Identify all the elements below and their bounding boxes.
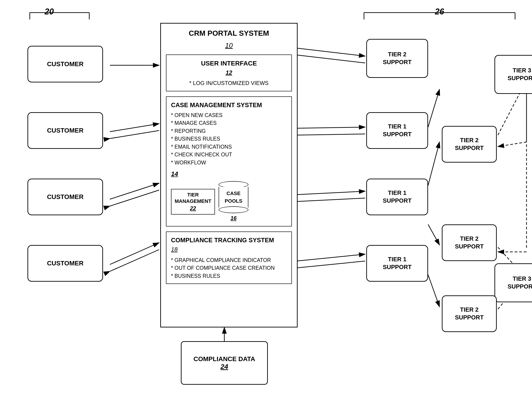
svg-line-18 <box>296 127 365 128</box>
svg-line-12 <box>110 190 159 206</box>
tier2-support-1: TIER 2 SUPPORT <box>366 39 428 78</box>
svg-line-22 <box>296 254 365 261</box>
svg-line-23 <box>296 261 365 268</box>
svg-line-20 <box>296 191 365 195</box>
crm-portal-box: CRM PORTAL SYSTEM 10 USER INTERFACE 12 *… <box>160 23 298 327</box>
svg-line-30 <box>498 142 527 147</box>
svg-line-14 <box>110 250 159 271</box>
cms-item: * OPEN NEW CASES <box>171 111 287 119</box>
cts-item: * OUT OF COMPLIANCE CASE CREATION <box>171 264 287 272</box>
customer-2: CUSTOMER <box>27 112 103 149</box>
cms-items-list: * OPEN NEW CASES* MANAGE CASES* REPORTIN… <box>171 111 287 167</box>
svg-line-27 <box>428 275 440 307</box>
tier2-support-2: TIER 2 SUPPORT <box>442 126 497 163</box>
tier3-support-2: TIER 3 SUPPORT <box>494 263 532 302</box>
svg-line-13 <box>110 243 159 264</box>
cts-items-list: * GRAPHICAL COMPLIANCE INDICATOR* OUT OF… <box>171 256 287 280</box>
customer-4: CUSTOMER <box>27 245 103 282</box>
cts-box: COMPLIANCE TRACKING SYSTEM 18 * GRAPHICA… <box>166 231 292 284</box>
svg-line-11 <box>110 183 159 199</box>
svg-line-21 <box>296 198 365 202</box>
cts-item: * GRAPHICAL COMPLIANCE INDICATOR <box>171 256 287 264</box>
tier1-support-2: TIER 1 SUPPORT <box>366 179 428 215</box>
svg-line-19 <box>296 134 365 135</box>
svg-line-25 <box>428 142 440 186</box>
crm-ref: 10 <box>166 40 292 50</box>
cms-item: * BUSINESS RULES <box>171 135 287 143</box>
label-26: 26 <box>435 7 444 16</box>
cms-item: * REPORTING <box>171 127 287 135</box>
crm-title: CRM PORTAL SYSTEM <box>166 28 292 39</box>
tier2-support-4: TIER 2 SUPPORT <box>442 295 497 332</box>
cms-item: * WORKFLOW <box>171 159 287 167</box>
svg-line-9 <box>110 124 159 132</box>
customer-3: CUSTOMER <box>27 179 103 215</box>
tier-management-box: TIER MANAGEMENT 22 <box>171 189 215 214</box>
tier2-support-3: TIER 2 SUPPORT <box>442 225 497 261</box>
case-pools-box: CASE POOLS 16 <box>219 181 248 222</box>
cts-item: * BUSINESS RULES <box>171 272 287 280</box>
label-20: 20 <box>45 7 54 16</box>
cms-item: * MANAGE CASES <box>171 119 287 127</box>
tier1-support-1: TIER 1 SUPPORT <box>366 112 428 149</box>
cms-box: CASE MANAGEMENT SYSTEM * OPEN NEW CASES*… <box>166 96 292 226</box>
svg-line-17 <box>296 55 365 63</box>
cms-ref: 14 <box>171 169 287 179</box>
tier3-support-1: TIER 3 SUPPORT <box>494 55 532 94</box>
svg-line-24 <box>428 89 440 127</box>
cms-item: * EMAIL NOTIFICATIONS <box>171 143 287 151</box>
svg-line-10 <box>110 131 159 138</box>
ui-box: USER INTERFACE 12 * LOG IN/CUSTOMIZED VI… <box>166 55 292 91</box>
svg-line-26 <box>428 225 440 245</box>
tier1-support-3: TIER 1 SUPPORT <box>366 245 428 282</box>
cms-item: * CHECK IN/CHECK OUT <box>171 151 287 159</box>
svg-line-16 <box>296 48 365 56</box>
compliance-data-box: COMPLIANCE DATA 24 <box>181 341 268 385</box>
customer-1: CUSTOMER <box>27 46 103 82</box>
